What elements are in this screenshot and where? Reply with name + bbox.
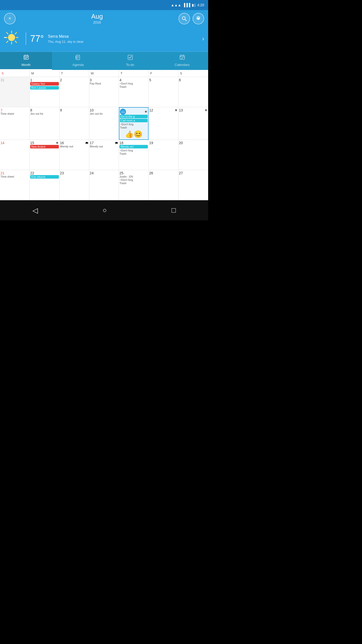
day-headers-row: S M T W T F S — [0, 70, 208, 77]
weather-bar: 77° Serra Mesa Thu, Aug 11. sky is clear… — [0, 27, 208, 52]
day-15[interactable]: 15 ☀ New Androi — [30, 140, 59, 170]
svg-line-1 — [185, 19, 187, 21]
home-button[interactable]: ○ — [103, 206, 107, 214]
day-6[interactable]: 6 — [178, 77, 208, 107]
event-trash-18[interactable]: Trash — [119, 152, 148, 155]
event-galaxy-not[interactable]: Galaxy Not — [30, 82, 59, 86]
day-11-today[interactable]: 11 ☀ Go to the g Call mom a ~Don't forg … — [119, 107, 149, 140]
day-7[interactable]: 7 Time sheet — [0, 107, 30, 140]
event-ron-laxson[interactable]: Ron Laxson — [30, 86, 59, 90]
date-17: 17 — [90, 141, 94, 145]
weather-info: Serra Mesa Thu, Aug 11. sky is clear — [48, 34, 198, 44]
day-12[interactable]: 12 ☀ — [149, 107, 178, 140]
event-trash-25[interactable]: Trash — [119, 182, 148, 185]
status-bar: ▲▲▲ ▐▐▐ ▮▯ 4:20 — [0, 0, 208, 10]
date-8: 8 — [30, 108, 32, 112]
week-1: 31 1 Galaxy Not Ron Laxson 2 3 Pay Rent — [0, 77, 208, 107]
day-31-prev[interactable]: 31 — [0, 77, 30, 107]
tab-calendars[interactable]: Calendars — [156, 52, 208, 70]
day-5[interactable]: 5 — [149, 77, 178, 107]
tab-todo[interactable]: To-do — [104, 52, 156, 70]
day-header-sat: S — [178, 70, 208, 77]
date-1: 1 — [30, 78, 32, 82]
tab-agenda[interactable]: Agenda — [52, 52, 104, 70]
day-23[interactable]: 23 — [60, 170, 89, 200]
day-24[interactable]: 24 — [89, 170, 119, 200]
event-timesheet-2[interactable]: Time sheet — [1, 175, 29, 178]
date-5: 5 — [149, 78, 151, 82]
day-9[interactable]: 9 — [60, 107, 89, 140]
weather-icon-12: ☀ — [174, 108, 178, 112]
date-10: 10 — [90, 108, 94, 112]
event-dont-forg-1[interactable]: ~Don't forg — [119, 82, 148, 85]
day-2[interactable]: 2 — [60, 77, 89, 107]
tab-agenda-label: Agenda — [72, 63, 84, 67]
search-button[interactable] — [178, 13, 190, 24]
day-16[interactable]: 16 🌧 Wendy out — [60, 140, 89, 170]
day-27[interactable]: 27 — [178, 170, 208, 200]
svg-point-11 — [8, 34, 15, 41]
recents-button[interactable]: □ — [171, 206, 176, 214]
weather-icon — [4, 30, 22, 48]
event-dont-forg-11[interactable]: ~Don't forg — [120, 123, 148, 126]
day-header-wed: W — [89, 70, 119, 77]
weather-next-button[interactable]: › — [202, 35, 204, 42]
event-emoji: 👍😊 — [120, 130, 148, 138]
settings-button[interactable] — [193, 13, 204, 24]
month-tab-icon — [23, 54, 29, 62]
back-button[interactable]: ◁ — [32, 206, 38, 215]
day-10[interactable]: 10 Jen out for — [89, 107, 119, 140]
svg-line-8 — [15, 41, 17, 43]
event-jen-out-1[interactable]: Jen out for — [30, 112, 59, 115]
tab-calendars-label: Calendars — [175, 63, 190, 67]
date-11-today: 11 — [120, 109, 126, 115]
calendars-tab-icon — [179, 54, 185, 62]
event-wendy-on[interactable]: Wendy on/ — [119, 145, 148, 148]
week-4: 21 Time sheet 22 Kris returns 23 24 25 — [0, 170, 208, 200]
day-20[interactable]: 20 — [178, 140, 208, 170]
svg-line-7 — [7, 32, 8, 34]
day-26[interactable]: 26 — [149, 170, 178, 200]
close-button[interactable]: × — [4, 13, 16, 24]
event-timesheet-1[interactable]: Time sheet — [1, 112, 29, 115]
event-goto-gym[interactable]: Go to the g — [120, 115, 148, 118]
event-pay-rent[interactable]: Pay Rent — [90, 82, 118, 85]
day-21[interactable]: 21 Time sheet — [0, 170, 30, 200]
day-4[interactable]: 4 ~Don't forg Trash — [119, 77, 149, 107]
header-actions — [178, 13, 204, 24]
event-justin-en[interactable]: Justin - EN — [119, 175, 148, 178]
day-17[interactable]: 17 🌧 Wendy out — [89, 140, 119, 170]
event-kris-returns[interactable]: Kris returns — [30, 175, 59, 179]
svg-rect-19 — [27, 57, 28, 58]
event-trash-1[interactable]: Trash — [119, 85, 148, 88]
event-jen-out-2[interactable]: Jen out for — [90, 112, 118, 115]
date-13: 13 — [179, 108, 183, 112]
date-16: 16 — [60, 141, 64, 145]
week-2: 7 Time sheet 8 Jen out for 9 10 Jen out … — [0, 107, 208, 140]
tab-month[interactable]: Month — [0, 52, 52, 70]
time-display: 4:20 — [197, 3, 204, 7]
event-trash-11[interactable]: Trash — [120, 126, 148, 129]
day-18[interactable]: 18 Wendy on/ ~Don't forg Trash — [119, 140, 149, 170]
day-22[interactable]: 22 Kris returns — [30, 170, 59, 200]
event-dont-forg-18[interactable]: ~Don't forg — [119, 149, 148, 152]
wifi-icon: ▲▲▲ — [171, 3, 181, 7]
event-new-android[interactable]: New Androi — [30, 145, 59, 148]
day-1[interactable]: 1 Galaxy Not Ron Laxson — [30, 77, 59, 107]
date-12: 12 — [149, 108, 153, 112]
day-8[interactable]: 8 Jen out for — [30, 107, 59, 140]
event-wendy-out-2[interactable]: Wendy out — [90, 145, 118, 148]
event-call-mom[interactable]: Call mom a — [120, 119, 148, 122]
day-19[interactable]: 19 — [149, 140, 178, 170]
weather-icon-17: 🌧 — [115, 141, 118, 145]
event-wendy-out-1[interactable]: Wendy out — [60, 145, 88, 148]
header-date: Aug 2016 — [91, 13, 103, 24]
day-14[interactable]: 14 — [0, 140, 30, 170]
date-15: 15 — [30, 141, 34, 145]
calendar-container: S M T W T F S 31 1 Galaxy Not Ron Laxson… — [0, 70, 208, 200]
day-13[interactable]: 13 ☀ — [178, 107, 208, 140]
event-dont-forg-25[interactable]: ~Don't forg — [119, 178, 148, 181]
day-25[interactable]: 25 Justin - EN ~Don't forg Trash — [119, 170, 149, 200]
day-3[interactable]: 3 Pay Rent — [89, 77, 119, 107]
svg-rect-26 — [76, 56, 76, 59]
